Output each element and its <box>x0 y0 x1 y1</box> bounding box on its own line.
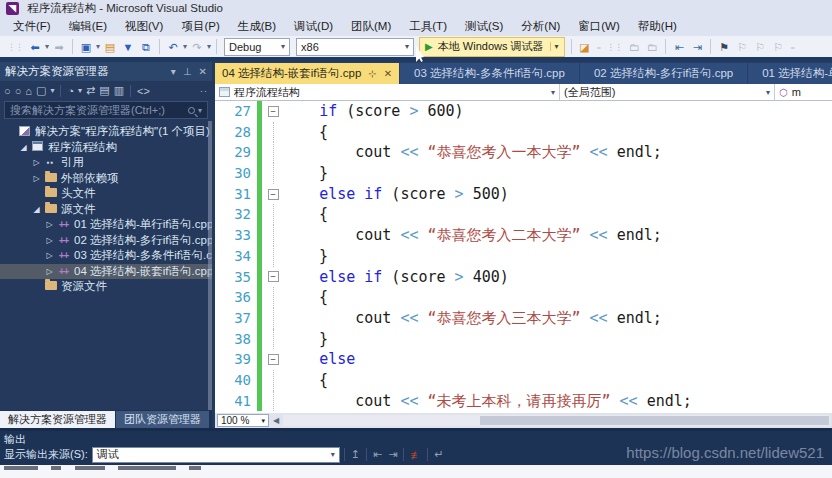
tree-item-0[interactable]: 解决方案"程序流程结构"(1 个项目) <box>0 124 212 140</box>
document-tab-3[interactable]: 01 选择结构-单行if语句.cpp <box>748 63 832 84</box>
chevron-down-icon[interactable]: ▾ <box>78 86 82 95</box>
forward-icon[interactable]: ➡ <box>52 39 66 55</box>
tree-item-1[interactable]: ◢程序流程结构 <box>0 140 212 156</box>
expand-icon[interactable]: ▷ <box>43 220 56 229</box>
tree-item-5[interactable]: ◢源文件 <box>0 202 212 218</box>
vertical-scrollbar[interactable] <box>208 121 212 410</box>
collapse-box-icon[interactable]: − <box>268 354 279 365</box>
collapse-box-icon[interactable]: − <box>268 271 279 282</box>
chevron-down-icon[interactable]: ▾ <box>50 86 54 95</box>
project-dropdown[interactable]: 程序流程结构 ▾ <box>215 84 560 100</box>
back-icon[interactable]: ○ <box>4 85 11 97</box>
menu-item-3[interactable]: 项目(P) <box>172 17 228 36</box>
member-dropdown[interactable]: ⬡ m <box>775 84 832 100</box>
expand-icon[interactable]: ▷ <box>43 236 56 245</box>
pin-icon[interactable]: ⊹ <box>368 68 376 79</box>
fold-collapse-control[interactable]: − <box>263 267 283 288</box>
redo-icon[interactable]: ↷ <box>190 39 204 55</box>
redo-dropdown-icon[interactable]: ▾ <box>207 42 211 51</box>
menu-item-5[interactable]: 调试(D) <box>285 17 342 36</box>
toolbar-overflow[interactable]: ·· <box>200 86 208 96</box>
view-code-icon[interactable]: <> <box>137 85 150 97</box>
tree-item-10[interactable]: 资源文件 <box>0 279 212 295</box>
new-project-icon[interactable]: ▣ <box>79 39 93 55</box>
expand-icon[interactable]: ▷ <box>30 158 43 167</box>
next-bookmark-icon[interactable]: ⚐ <box>753 39 767 55</box>
prev-bookmark-icon[interactable]: ⚐ <box>735 39 749 55</box>
scrollbar-thumb[interactable] <box>480 416 829 425</box>
navigate-forward-icon[interactable]: 🗀 <box>645 39 659 55</box>
bookmark-icon[interactable]: ⚑ <box>717 39 731 55</box>
expand-icon[interactable]: ▷ <box>30 174 43 183</box>
collapse-icon[interactable]: ◢ <box>17 143 30 152</box>
start-debugging-button[interactable]: ▶ 本地 Windows 调试器 ▾ <box>419 37 564 57</box>
navigate-back-icon[interactable]: 🗀 <box>627 39 641 55</box>
document-tab-1[interactable]: 03 选择结构-多条件if语句.cpp <box>400 63 579 84</box>
menu-item-4[interactable]: 生成(B) <box>229 17 285 36</box>
expand-icon[interactable]: ▷ <box>43 267 56 276</box>
fold-collapse-control[interactable]: − <box>263 184 283 205</box>
word-wrap-icon[interactable]: ↵ <box>434 448 443 461</box>
tree-item-6[interactable]: ▷++01 选择结构-单行if语句.cpp <box>0 217 212 233</box>
back-dropdown-icon[interactable]: ▾ <box>45 42 49 51</box>
prev-message-icon[interactable]: ⇤ <box>373 448 382 461</box>
indent-decrease-icon[interactable]: ⇤ <box>672 39 686 55</box>
home-icon[interactable]: ⌂ <box>25 85 32 97</box>
tree-item-2[interactable]: ▷▪▪引用 <box>0 155 212 171</box>
menu-item-10[interactable]: 窗口(W) <box>569 17 629 36</box>
tree-item-8[interactable]: ▷++03 选择结构-多条件if语句.cpp <box>0 248 212 264</box>
tree-item-7[interactable]: ▷++02 选择结构-多行if语句.cpp <box>0 233 212 249</box>
sidebar-tab-0[interactable]: 解决方案资源管理器 <box>0 411 115 428</box>
menu-item-9[interactable]: 分析(N) <box>512 17 569 36</box>
pending-changes-icon[interactable]: ◔ <box>67 85 74 97</box>
show-all-files-icon[interactable]: ▥ <box>114 84 124 97</box>
undo-icon[interactable]: ↶ <box>166 39 180 55</box>
pin-icon[interactable]: ⊥ <box>183 66 192 77</box>
undo-dropdown-icon[interactable]: ▾ <box>183 42 187 51</box>
collapse-all-icon[interactable]: ▤ <box>99 84 109 97</box>
refresh-icon[interactable]: ⇄ <box>86 84 95 97</box>
toolbar-grip[interactable]: ⋮⋮ <box>7 42 23 52</box>
solution-search-input[interactable]: 搜索解决方案资源管理器(Ctrl+;) ▾ <box>4 101 208 119</box>
indent-increase-icon[interactable]: ⇥ <box>690 39 704 55</box>
tree-item-3[interactable]: ▷外部依赖项 <box>0 171 212 187</box>
toolbar-overflow[interactable]: ₌ <box>597 42 601 52</box>
switch-views-icon[interactable]: ▢ <box>36 84 46 97</box>
configuration-combo[interactable]: Debug ▾ <box>224 38 290 56</box>
horizontal-scrollbar[interactable] <box>283 415 830 426</box>
open-file-icon[interactable]: ▤ <box>103 39 117 55</box>
collapse-icon[interactable]: ◢ <box>30 205 43 214</box>
save-all-icon[interactable]: ⧉ <box>139 39 153 55</box>
find-message-icon[interactable]: ↥ <box>351 448 360 461</box>
collapse-box-icon[interactable]: − <box>268 189 279 200</box>
chevron-down-icon[interactable]: ▾ <box>171 66 176 77</box>
save-icon[interactable]: ▼ <box>121 39 135 55</box>
menu-item-1[interactable]: 编辑(E) <box>60 17 116 36</box>
scope-dropdown[interactable]: (全局范围) ▾ <box>560 84 775 100</box>
attach-process-icon[interactable]: ◪ <box>578 39 592 55</box>
collapse-box-icon[interactable]: − <box>268 106 279 117</box>
next-message-icon[interactable]: ⇥ <box>388 448 397 461</box>
platform-combo[interactable]: x86 ▾ <box>296 38 414 56</box>
fold-collapse-control[interactable]: − <box>263 101 283 122</box>
document-tab-2[interactable]: 02 选择结构-多行if语句.cpp <box>580 63 747 84</box>
fold-collapse-control[interactable]: − <box>263 349 283 370</box>
menu-item-6[interactable]: 团队(M) <box>342 17 400 36</box>
clear-all-icon[interactable]: ≢ <box>410 449 421 461</box>
toolbar-overflow[interactable]: ₌ <box>790 42 794 52</box>
sidebar-tab-1[interactable]: 团队资源管理器 <box>116 411 209 428</box>
chevron-down-icon[interactable]: ▾ <box>198 106 202 115</box>
zoom-combo[interactable]: 100 % ▾ <box>217 414 269 427</box>
menu-item-0[interactable]: 文件(F) <box>4 17 60 36</box>
scroll-left-icon[interactable]: ◀ <box>273 416 279 425</box>
clear-bookmarks-icon[interactable]: ⚐ <box>771 39 785 55</box>
solution-explorer-titlebar[interactable]: 解决方案资源管理器 ▾ ⊥ ✕ <box>0 62 212 81</box>
menu-item-8[interactable]: 测试(S) <box>456 17 512 36</box>
back-icon[interactable]: ⬅ <box>28 39 42 55</box>
tree-item-9[interactable]: ▷++04 选择结构-嵌套if语句.cpp <box>0 264 212 280</box>
tree-item-4[interactable]: 头文件 <box>0 186 212 202</box>
forward-icon[interactable]: ○ <box>15 85 22 97</box>
menu-item-2[interactable]: 视图(V) <box>116 17 172 36</box>
close-icon[interactable]: ✕ <box>199 66 207 77</box>
code-editor[interactable]: 27− if (score > 600)28 {29 cout << “恭喜您考… <box>215 101 832 413</box>
